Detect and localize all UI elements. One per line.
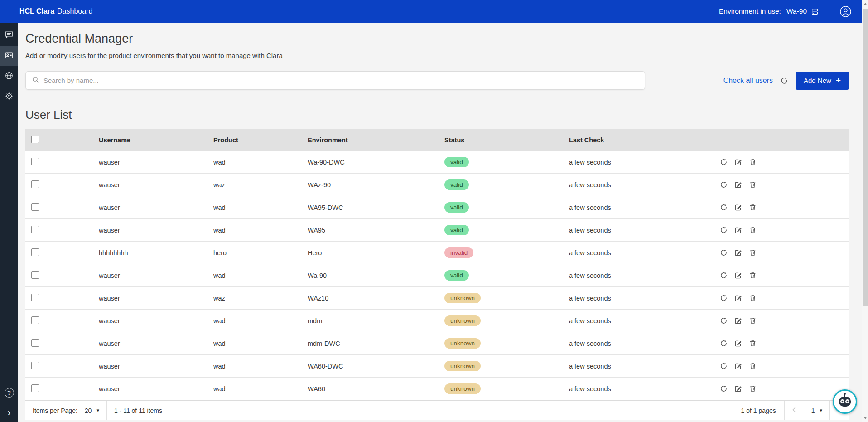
refresh-user-button[interactable] <box>720 340 728 347</box>
toolbar: Check all users Add New + <box>25 71 849 90</box>
cell-status: unknown <box>444 383 569 394</box>
row-checkbox[interactable] <box>31 226 39 233</box>
scroll-down-button[interactable] <box>862 415 868 421</box>
clara-assistant-button[interactable] <box>833 389 857 414</box>
cell-last-check: a few seconds <box>569 249 720 257</box>
scroll-up-button[interactable] <box>862 1 868 7</box>
refresh-user-button[interactable] <box>720 272 728 279</box>
cell-status: valid <box>444 157 569 167</box>
cell-last-check: a few seconds <box>569 340 720 347</box>
sidebar-item-environments[interactable] <box>0 66 18 87</box>
cell-status: unknown <box>444 315 569 326</box>
select-all-checkbox[interactable] <box>31 136 39 143</box>
search-input[interactable] <box>43 77 639 84</box>
page-number-select[interactable]: 1 ▾ <box>804 401 829 420</box>
edit-user-button[interactable] <box>734 158 742 166</box>
edit-user-button[interactable] <box>734 340 742 347</box>
refresh-user-button[interactable] <box>720 317 728 325</box>
edit-user-button[interactable] <box>734 181 742 189</box>
row-checkbox-cell <box>25 271 99 280</box>
row-checkbox[interactable] <box>31 339 39 347</box>
column-header-last-check: Last Check <box>569 136 720 144</box>
row-checkbox[interactable] <box>31 158 39 165</box>
cell-environment: WA95 <box>308 227 444 234</box>
cell-environment: WA60 <box>308 385 444 393</box>
cell-actions <box>720 249 849 257</box>
scrollbar[interactable] <box>862 0 868 422</box>
edit-user-button[interactable] <box>734 272 742 279</box>
cell-status: valid <box>444 202 569 213</box>
refresh-user-button[interactable] <box>720 181 728 189</box>
refresh-user-button[interactable] <box>720 362 728 370</box>
delete-user-button[interactable] <box>749 362 757 370</box>
add-new-label: Add New <box>804 77 831 84</box>
delete-user-button[interactable] <box>749 226 757 234</box>
status-badge: unknown <box>444 383 481 394</box>
edit-user-button[interactable] <box>734 249 742 257</box>
sidebar-item-settings[interactable] <box>0 87 18 107</box>
delete-user-button[interactable] <box>749 272 757 279</box>
sidebar-expand-button[interactable]: › <box>0 403 18 422</box>
status-badge: unknown <box>444 315 481 326</box>
refresh-user-button[interactable] <box>720 204 728 211</box>
edit-user-button[interactable] <box>734 362 742 370</box>
cell-actions <box>720 226 849 234</box>
refresh-all-icon[interactable] <box>780 77 788 85</box>
row-checkbox[interactable] <box>31 271 39 279</box>
refresh-user-button[interactable] <box>720 226 728 234</box>
cell-product: wad <box>213 272 308 279</box>
delete-user-button[interactable] <box>749 249 757 257</box>
check-all-users-link[interactable]: Check all users <box>723 77 773 85</box>
delete-user-button[interactable] <box>749 158 757 166</box>
delete-user-button[interactable] <box>749 317 757 325</box>
edit-user-button[interactable] <box>734 385 742 393</box>
delete-user-button[interactable] <box>749 294 757 302</box>
row-checkbox-cell <box>25 294 99 303</box>
cell-status: valid <box>444 225 569 235</box>
cell-product: hero <box>213 249 308 257</box>
row-checkbox[interactable] <box>31 384 39 392</box>
cell-environment: Wa-90 <box>308 272 444 279</box>
refresh-user-button[interactable] <box>720 249 728 257</box>
delete-user-button[interactable] <box>749 181 757 189</box>
items-per-page-select[interactable]: 20 ▾ <box>77 401 106 420</box>
current-page-value: 1 <box>811 407 815 414</box>
previous-page-button[interactable] <box>785 401 804 420</box>
cell-last-check: a few seconds <box>569 181 720 189</box>
cell-username: hhhhhhhh <box>99 249 213 257</box>
cell-status: unknown <box>444 361 569 371</box>
row-checkbox[interactable] <box>31 180 39 188</box>
sidebar-item-credential-manager[interactable] <box>0 46 18 66</box>
edit-user-button[interactable] <box>734 294 742 302</box>
user-avatar-icon[interactable] <box>839 5 852 18</box>
delete-user-button[interactable] <box>749 385 757 393</box>
row-checkbox[interactable] <box>31 316 39 324</box>
items-range-text: 1 - 11 of 11 items <box>107 407 169 414</box>
sidebar-item-chat[interactable] <box>0 25 18 46</box>
row-checkbox[interactable] <box>31 294 39 301</box>
edit-user-button[interactable] <box>734 226 742 234</box>
table-header: Username Product Environment Status Last… <box>25 129 849 151</box>
cell-last-check: a few seconds <box>569 363 720 370</box>
sidebar-item-help[interactable]: ? <box>0 383 18 403</box>
gear-icon <box>5 92 14 102</box>
edit-user-button[interactable] <box>734 204 742 211</box>
delete-user-button[interactable] <box>749 340 757 347</box>
edit-user-button[interactable] <box>734 317 742 325</box>
refresh-user-button[interactable] <box>720 294 728 302</box>
scrollbar-thumb[interactable] <box>863 9 868 306</box>
add-new-button[interactable]: Add New + <box>796 72 849 90</box>
row-checkbox[interactable] <box>31 203 39 211</box>
chevron-left-icon <box>791 406 798 415</box>
delete-user-button[interactable] <box>749 204 757 211</box>
refresh-user-button[interactable] <box>720 158 728 166</box>
row-checkbox[interactable] <box>31 362 39 369</box>
refresh-user-button[interactable] <box>720 385 728 393</box>
row-checkbox[interactable] <box>31 248 39 256</box>
items-per-page-value: 20 <box>85 407 92 414</box>
globe-icon <box>5 71 14 82</box>
row-checkbox-cell <box>25 339 99 348</box>
table-row: wauser wad Wa-90 valid a few seconds <box>25 264 849 287</box>
cell-environment: Wa-90-DWC <box>308 159 444 166</box>
cell-product: wad <box>213 159 308 166</box>
